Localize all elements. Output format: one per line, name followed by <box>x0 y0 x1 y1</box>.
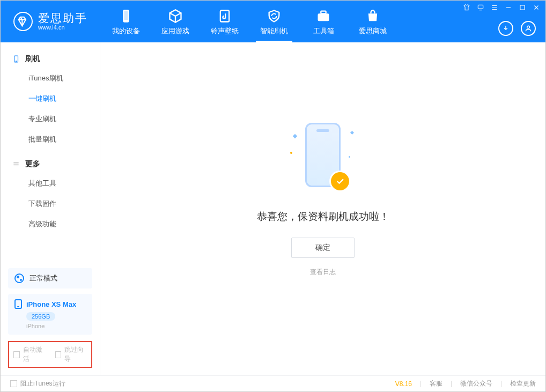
svg-rect-1 <box>124 11 128 20</box>
nav-label: 爱思商城 <box>359 26 387 36</box>
menu-icon[interactable] <box>491 4 498 11</box>
nav-store[interactable]: 爱思商城 <box>348 1 397 42</box>
shirt-icon[interactable] <box>463 4 470 11</box>
sidebar-item-oneclick[interactable]: 一键刷机 <box>1 88 100 109</box>
device-name: iPhone XS Max <box>26 300 76 308</box>
checkbox-block-itunes[interactable]: 阻止iTunes运行 <box>10 379 65 388</box>
checkbox-label: 自动激活 <box>23 345 46 364</box>
nav-label: 我的设备 <box>112 26 140 36</box>
app-domain: www.i4.cn <box>38 25 87 31</box>
nav-label: 智能刷机 <box>260 26 288 36</box>
nav-label: 应用游戏 <box>161 26 189 36</box>
close-icon[interactable] <box>533 4 540 11</box>
user-button[interactable] <box>521 21 536 36</box>
sidebar-item-itunes[interactable]: iTunes刷机 <box>1 68 100 88</box>
app-title: 爱思助手 <box>38 12 87 24</box>
mode-card[interactable]: 正常模式 <box>8 268 92 289</box>
app-header: 爱思助手 www.i4.cn 我的设备 应用游戏 铃声壁纸 智能刷机 工具箱 爱… <box>1 1 545 42</box>
refresh-shield-icon <box>267 7 282 25</box>
options-highlight-box: 自动激活 跳过向导 <box>8 341 92 368</box>
main-content: 恭喜您，保资料刷机成功啦！ 确定 查看日志 <box>100 42 545 375</box>
checkbox-icon <box>55 351 62 358</box>
svg-rect-6 <box>520 5 525 10</box>
nav-toolbox[interactable]: 工具箱 <box>299 1 348 42</box>
nav-smart-flash[interactable]: 智能刷机 <box>249 1 299 42</box>
nav-apps-games[interactable]: 应用游戏 <box>151 1 200 42</box>
sidebar-item-firmware[interactable]: 下载固件 <box>1 194 100 214</box>
ok-button[interactable]: 确定 <box>291 238 355 258</box>
device-icon <box>119 7 134 25</box>
mode-label: 正常模式 <box>29 273 57 283</box>
phone-icon <box>12 54 20 64</box>
list-icon <box>12 160 20 168</box>
feedback-icon[interactable] <box>477 4 484 11</box>
version-label: V8.16 <box>395 380 412 388</box>
window-controls <box>463 4 540 11</box>
nav-ringtones[interactable]: 铃声壁纸 <box>200 1 249 42</box>
svg-point-9 <box>16 61 16 62</box>
phone-icon <box>14 299 22 309</box>
success-illustration <box>299 120 347 195</box>
divider <box>420 381 421 387</box>
svg-rect-5 <box>478 5 483 9</box>
device-type: iPhone <box>26 323 86 329</box>
divider <box>501 381 501 387</box>
checkbox-auto-activate[interactable]: 自动激活 <box>13 345 46 364</box>
sidebar-section-more: 更多 <box>1 155 100 173</box>
download-button[interactable] <box>498 21 513 36</box>
nav-label: 工具箱 <box>313 26 334 36</box>
sidebar-section-flash: 刷机 <box>1 50 100 68</box>
nav-label: 铃声壁纸 <box>211 26 239 36</box>
minimize-icon[interactable] <box>505 4 512 11</box>
nav-my-device[interactable]: 我的设备 <box>101 1 151 42</box>
sidebar-section-label: 刷机 <box>25 54 40 64</box>
device-card[interactable]: iPhone XS Max 256GB iPhone <box>8 294 92 335</box>
sidebar-item-pro[interactable]: 专业刷机 <box>1 109 100 129</box>
svg-point-7 <box>527 26 530 28</box>
logo-icon <box>13 12 33 31</box>
footer-link-wechat[interactable]: 微信公众号 <box>460 379 492 388</box>
svg-rect-3 <box>318 13 329 21</box>
checkbox-skip-guide[interactable]: 跳过向导 <box>55 345 87 364</box>
sidebar-item-othertools[interactable]: 其他工具 <box>1 173 100 194</box>
bag-icon <box>365 7 380 25</box>
checkbox-icon <box>13 351 20 358</box>
divider <box>451 381 452 387</box>
music-file-icon <box>217 7 232 25</box>
sidebar-item-advanced[interactable]: 高级功能 <box>1 214 100 234</box>
footer: 阻止iTunes运行 V8.16 客服 微信公众号 检查更新 <box>1 375 545 391</box>
top-nav: 我的设备 应用游戏 铃声壁纸 智能刷机 工具箱 爱思商城 <box>101 1 397 42</box>
mode-icon <box>14 273 24 283</box>
success-message: 恭喜您，保资料刷机成功啦！ <box>257 210 389 224</box>
checkbox-label: 阻止iTunes运行 <box>20 379 65 388</box>
footer-link-service[interactable]: 客服 <box>430 379 442 388</box>
view-log-link[interactable]: 查看日志 <box>310 268 336 277</box>
checkbox-label: 跳过向导 <box>64 345 87 364</box>
maximize-icon[interactable] <box>519 4 526 11</box>
sidebar-item-batch[interactable]: 批量刷机 <box>1 129 100 150</box>
svg-rect-4 <box>321 11 326 14</box>
header-round-buttons <box>498 21 536 36</box>
sidebar: 刷机 iTunes刷机 一键刷机 专业刷机 批量刷机 更多 其他工具 下载固件 … <box>1 42 100 375</box>
footer-link-update[interactable]: 检查更新 <box>510 379 536 388</box>
logo: 爱思助手 www.i4.cn <box>1 12 97 31</box>
checkbox-icon <box>10 380 17 387</box>
toolbox-icon <box>316 7 331 25</box>
sidebar-section-label: 更多 <box>25 159 40 169</box>
checkmark-icon <box>331 172 349 190</box>
device-storage-badge: 256GB <box>26 312 55 321</box>
cube-icon <box>168 7 183 25</box>
